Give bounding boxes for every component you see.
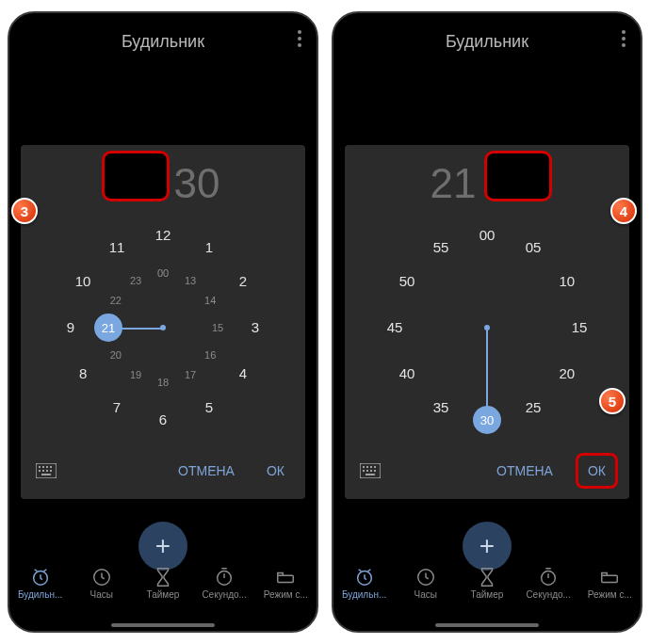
hour-inner[interactable]: 23 [124, 269, 147, 292]
svg-rect-15 [363, 466, 365, 468]
minute-mark[interactable]: 20 [556, 362, 578, 385]
tab-clock[interactable]: Часы [73, 567, 130, 600]
phone-left: Будильник 21 : 30 1212345678910110013141… [8, 11, 318, 633]
svg-rect-7 [46, 470, 48, 472]
svg-rect-17 [370, 466, 372, 468]
hour-inner[interactable]: 19 [124, 363, 147, 386]
minute-mark[interactable]: 35 [430, 396, 452, 419]
tab-bedtime[interactable]: Режим с... [257, 567, 314, 600]
cancel-button[interactable]: ОТМЕНА [487, 456, 562, 486]
tab-alarm[interactable]: Будильн... [12, 567, 69, 600]
ok-button[interactable]: ОК [576, 453, 618, 489]
tab-label: Будильн... [342, 589, 386, 600]
minute-mark[interactable]: 45 [383, 316, 406, 339]
time-picker: 21 : 30 12123456789101100131415161718192… [21, 145, 305, 499]
phone-right: Будильник 21 : 30 0005101520253035404550… [332, 11, 642, 633]
minutes-segment[interactable]: 30 [174, 160, 220, 207]
cancel-button[interactable]: ОТМЕНА [169, 456, 244, 486]
tab-stopwatch[interactable]: Секундо... [196, 567, 252, 600]
tab-timer[interactable]: Таймер [135, 567, 191, 600]
hour-inner[interactable]: 18 [152, 371, 174, 394]
clock-selection-knob[interactable]: 21 [94, 314, 122, 342]
minutes-segment[interactable]: 30 [498, 160, 544, 207]
app-bar: Будильник [9, 13, 317, 70]
hour-inner[interactable]: 16 [199, 344, 221, 366]
svg-rect-6 [42, 470, 44, 472]
hour-outer[interactable]: 9 [59, 316, 82, 339]
hour-outer[interactable]: 2 [232, 270, 254, 293]
minute-mark[interactable]: 50 [396, 270, 418, 293]
screen-title: Будильник [446, 32, 528, 52]
svg-rect-9 [41, 474, 51, 475]
hour-inner[interactable]: 17 [179, 363, 202, 386]
tab-timer[interactable]: Таймер [459, 567, 515, 600]
hours-segment[interactable]: 21 [106, 160, 152, 207]
tab-label: Режим с... [588, 589, 632, 600]
tab-label: Режим с... [264, 589, 308, 600]
hour-inner[interactable]: 15 [206, 316, 229, 339]
tab-label: Будильн... [18, 589, 62, 600]
hour-outer[interactable]: 12 [152, 224, 174, 247]
hour-inner[interactable]: 14 [199, 289, 221, 312]
minute-mark[interactable]: 05 [522, 236, 544, 259]
tab-label: Секундо... [526, 589, 571, 600]
step-badge-5: 5 [599, 388, 626, 414]
clock-face-minutes[interactable]: 00051015202530354045505530 [374, 215, 600, 441]
hour-outer[interactable]: 11 [106, 236, 128, 259]
nav-handle [111, 623, 215, 627]
overflow-menu-icon[interactable] [622, 30, 626, 47]
ok-button[interactable]: ОК [257, 456, 294, 486]
minute-mark[interactable]: 25 [522, 396, 544, 419]
bottom-nav: Будильн...ЧасыТаймерСекундо...Режим с... [333, 554, 641, 612]
app-bar: Будильник [333, 13, 641, 70]
clock-face-hours[interactable]: 1212345678910110013141516171819202122232… [50, 215, 276, 441]
time-colon: : [157, 163, 168, 205]
tab-stopwatch[interactable]: Секундо... [520, 567, 577, 600]
step-badge-4: 4 [610, 198, 637, 224]
hour-outer[interactable]: 10 [72, 270, 94, 293]
picker-actions: ОТМЕНА ОК [356, 452, 618, 490]
tab-alarm[interactable]: Будильн... [336, 567, 393, 600]
tab-label: Таймер [471, 589, 504, 600]
minute-mark[interactable]: 00 [476, 224, 498, 247]
svg-rect-20 [366, 470, 368, 472]
keyboard-icon[interactable] [360, 463, 381, 478]
svg-rect-21 [370, 470, 372, 472]
hour-outer[interactable]: 4 [232, 362, 254, 385]
nav-handle [435, 623, 539, 627]
tab-bedtime[interactable]: Режим с... [581, 567, 638, 600]
minute-mark[interactable]: 55 [430, 236, 452, 259]
hours-segment[interactable]: 21 [430, 160, 476, 207]
tab-clock[interactable]: Часы [398, 567, 454, 600]
tab-label: Таймер [147, 589, 180, 600]
time-display: 21 : 30 [32, 160, 294, 207]
picker-actions: ОТМЕНА ОК [32, 452, 294, 490]
hour-inner[interactable]: 20 [105, 344, 127, 366]
clock-selection-knob[interactable]: 30 [473, 406, 501, 434]
tab-label: Часы [414, 589, 437, 600]
time-display: 21 : 30 [356, 160, 618, 207]
svg-rect-3 [46, 466, 48, 468]
svg-rect-18 [374, 466, 376, 468]
hour-inner[interactable]: 22 [105, 289, 127, 312]
minute-mark[interactable]: 40 [396, 362, 418, 385]
minute-mark[interactable]: 15 [568, 316, 591, 339]
overflow-menu-icon[interactable] [298, 30, 301, 47]
hour-outer[interactable]: 8 [72, 362, 94, 385]
hour-outer[interactable]: 7 [106, 396, 128, 419]
hour-outer[interactable]: 5 [198, 396, 220, 419]
hour-outer[interactable]: 1 [198, 236, 220, 259]
minute-mark[interactable]: 10 [556, 270, 578, 293]
hour-outer[interactable]: 3 [244, 316, 267, 339]
screen-title: Будильник [122, 32, 204, 52]
hour-inner[interactable]: 00 [152, 262, 174, 284]
svg-rect-5 [39, 470, 41, 472]
svg-rect-13 [278, 575, 294, 582]
svg-rect-1 [39, 466, 41, 468]
svg-rect-16 [366, 466, 368, 468]
hour-outer[interactable]: 6 [152, 409, 174, 431]
keyboard-icon[interactable] [36, 463, 57, 478]
time-picker: 21 : 30 00051015202530354045505530 ОТМЕН… [345, 145, 629, 499]
tab-label: Часы [90, 589, 113, 600]
svg-rect-4 [50, 466, 52, 468]
